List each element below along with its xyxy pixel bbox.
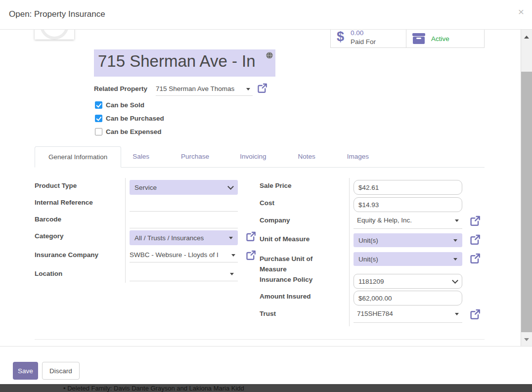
category-label: Category bbox=[35, 232, 64, 240]
insurance-company-label: Insurance Company bbox=[35, 251, 98, 259]
background-page-strip: • Deleted Family: Davis Dante Grayson an… bbox=[0, 384, 532, 392]
unit-of-measure-label: Unit of Measure bbox=[260, 235, 310, 243]
sale-price-input[interactable]: $42.61 bbox=[354, 180, 462, 195]
modal-content: $ 0.00 Paid For Active 715 Sherman Ave -… bbox=[0, 30, 532, 346]
location-label: Location bbox=[35, 270, 62, 277]
product-name-text: 715 Sherman Ave - In bbox=[94, 49, 275, 71]
scrollbar-down-arrow-icon[interactable] bbox=[524, 338, 529, 341]
category-select[interactable]: All / Trusts / Insurances bbox=[130, 230, 238, 245]
cost-input[interactable]: $14.93 bbox=[354, 197, 462, 212]
company-caret-icon[interactable] bbox=[455, 219, 459, 222]
tab-general-information[interactable]: General Information bbox=[35, 146, 121, 168]
can-be-expensed-checkbox[interactable]: Can be Expensed bbox=[95, 128, 162, 135]
internal-reference-label: Internal Reference bbox=[35, 199, 93, 206]
archive-icon bbox=[412, 33, 425, 44]
dollar-sign-icon: $ bbox=[337, 30, 344, 44]
purchase-unit-of-measure-external-link-icon[interactable] bbox=[470, 253, 480, 263]
caret-down-icon bbox=[229, 237, 233, 239]
paid-for-stat-button[interactable]: $ 0.00 Paid For bbox=[330, 30, 406, 48]
location-input[interactable] bbox=[130, 270, 238, 281]
purchase-unit-of-measure-value: Unit(s) bbox=[358, 256, 378, 263]
company-value[interactable]: Equity & Help, Inc. bbox=[357, 217, 412, 224]
barcode-input[interactable] bbox=[130, 216, 238, 227]
can-be-purchased-label: Can be Purchased bbox=[106, 115, 164, 122]
company-external-link-icon[interactable] bbox=[470, 216, 480, 225]
notebook-tabs: General Information Sales Purchase Invoi… bbox=[35, 146, 485, 168]
barcode-label: Barcode bbox=[35, 216, 61, 223]
product-name-input[interactable]: 715 Sherman Ave - In bbox=[94, 49, 275, 77]
paid-for-value: 0.00 bbox=[351, 30, 376, 38]
sale-price-label: Sale Price bbox=[260, 182, 292, 189]
related-property-label: Related Property bbox=[94, 85, 147, 92]
discard-button[interactable]: Discard bbox=[42, 362, 80, 380]
checkbox-icon bbox=[95, 128, 102, 135]
checkbox-icon bbox=[95, 115, 102, 122]
scrollbar-thumb[interactable] bbox=[521, 72, 532, 332]
translate-globe-icon[interactable] bbox=[266, 52, 273, 61]
scrollbar-up-arrow-icon[interactable] bbox=[524, 36, 529, 39]
insurance-company-value[interactable]: SWBC - Websure - Lloyds of I bbox=[130, 251, 231, 259]
purchase-unit-of-measure-select[interactable]: Unit(s) bbox=[354, 252, 462, 266]
caret-down-icon bbox=[453, 239, 457, 242]
tab-notes[interactable]: Notes bbox=[286, 146, 326, 167]
can-be-sold-label: Can be Sold bbox=[106, 101, 144, 109]
insurance-policy-label: Insurance Policy bbox=[260, 276, 312, 283]
checkbox-icon bbox=[95, 101, 102, 109]
insurance-company-caret-icon[interactable] bbox=[231, 254, 235, 257]
related-property-external-link-icon[interactable] bbox=[257, 83, 267, 93]
background-clipped-text: • Deleted Family: Davis Dante Grayson an… bbox=[63, 385, 244, 392]
can-be-purchased-checkbox[interactable]: Can be Purchased bbox=[95, 115, 164, 122]
can-be-expensed-label: Can be Expensed bbox=[106, 128, 162, 135]
trust-external-link-icon[interactable] bbox=[470, 309, 480, 319]
close-icon[interactable]: × bbox=[518, 6, 524, 17]
related-property-caret-icon[interactable] bbox=[246, 88, 250, 90]
product-image-placeholder-icon bbox=[40, 30, 69, 40]
chevron-down-icon bbox=[227, 183, 234, 190]
tab-purchase[interactable]: Purchase bbox=[170, 146, 221, 167]
product-type-select[interactable]: Service bbox=[130, 180, 238, 195]
paid-for-label: Paid For bbox=[351, 38, 376, 46]
save-button[interactable]: Save bbox=[13, 362, 38, 380]
tab-images[interactable]: Images bbox=[336, 146, 380, 167]
insurance-policy-select[interactable]: 1181209 bbox=[354, 274, 462, 289]
can-be-sold-checkbox[interactable]: Can be Sold bbox=[95, 101, 144, 109]
insurance-company-external-link-icon[interactable] bbox=[246, 250, 256, 260]
tab-sales[interactable]: Sales bbox=[121, 146, 161, 167]
purchase-unit-of-measure-label: Purchase Unit of Measure bbox=[260, 254, 326, 274]
amount-insured-label: Amount Insured bbox=[260, 293, 311, 300]
trust-value[interactable]: 715SHE784 bbox=[357, 310, 393, 317]
cost-label: Cost bbox=[260, 199, 274, 207]
company-label: Company bbox=[260, 217, 290, 224]
amount-insured-input[interactable]: $62,000.00 bbox=[354, 291, 462, 305]
category-external-link-icon[interactable] bbox=[246, 231, 256, 241]
caret-down-icon bbox=[453, 258, 457, 261]
modal-title: Open: Property Insurance bbox=[9, 9, 105, 19]
product-type-value: Service bbox=[134, 184, 157, 191]
property-insurance-dialog: Open: Property Insurance × $ 0.00 Paid F… bbox=[0, 0, 532, 392]
unit-of-measure-value: Unit(s) bbox=[358, 237, 378, 244]
trust-label: Trust bbox=[260, 310, 276, 317]
tab-invoicing[interactable]: Invoicing bbox=[228, 146, 277, 167]
location-caret-icon[interactable] bbox=[230, 273, 234, 275]
internal-reference-input[interactable] bbox=[130, 199, 238, 211]
modal-header: Open: Property Insurance × bbox=[0, 0, 532, 30]
active-label: Active bbox=[431, 35, 449, 43]
unit-of-measure-external-link-icon[interactable] bbox=[470, 234, 480, 244]
category-value: All / Trusts / Insurances bbox=[134, 234, 204, 242]
active-stat-button[interactable]: Active bbox=[406, 30, 485, 48]
chevron-down-icon bbox=[452, 277, 458, 284]
product-image[interactable] bbox=[35, 30, 74, 40]
related-property-value[interactable]: 715 Sherman Ave Thomas bbox=[156, 85, 234, 92]
unit-of-measure-select[interactable]: Unit(s) bbox=[354, 233, 462, 247]
product-type-label: Product Type bbox=[35, 182, 77, 189]
scrollbar[interactable] bbox=[521, 30, 532, 346]
trust-caret-icon[interactable] bbox=[455, 313, 459, 315]
modal-footer: Save Discard bbox=[0, 346, 532, 384]
